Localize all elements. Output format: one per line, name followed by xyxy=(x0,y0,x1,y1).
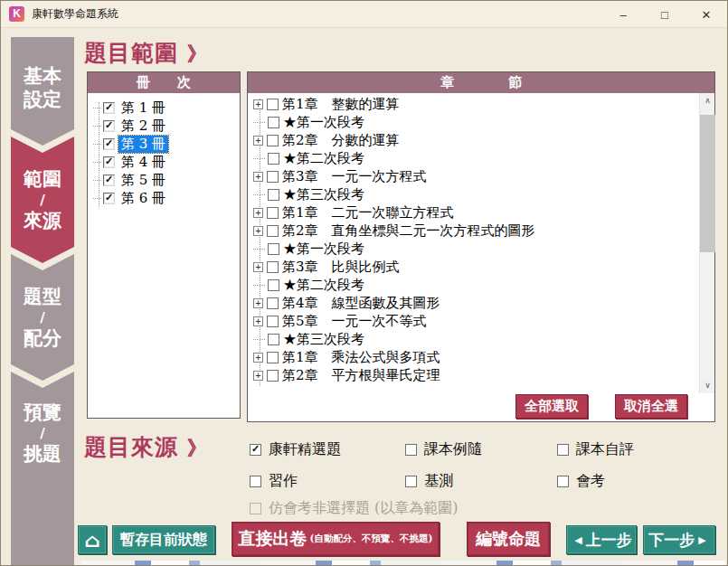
source-option-kanghsuan[interactable]: ✓ 康軒精選題 xyxy=(250,440,341,459)
source-option-textbook-selfcheck[interactable]: 課本自評 xyxy=(557,440,634,459)
chapter-checkbox[interactable] xyxy=(267,370,279,382)
source-option-label[interactable]: 課本自評 xyxy=(576,440,634,459)
volume-label[interactable]: 第 2 冊 xyxy=(118,118,168,135)
source-checkbox[interactable] xyxy=(250,476,261,487)
chapter-checkbox[interactable] xyxy=(268,189,279,201)
chapter-checkbox[interactable] xyxy=(267,207,279,219)
volume-row[interactable]: ✓ 第 5 冊 xyxy=(88,171,240,189)
volume-checkbox[interactable]: ✓ xyxy=(103,120,115,132)
chapter-checkbox[interactable] xyxy=(267,225,279,237)
chapter-label[interactable]: 第3章 一元一次方程式 xyxy=(282,168,427,185)
save-current-state-button[interactable]: 暫存目前狀態 xyxy=(112,525,215,554)
volume-label[interactable]: 第 3 冊 xyxy=(118,136,168,153)
exam-label[interactable]: ★第二次段考 xyxy=(283,150,364,167)
chapter-row[interactable]: + 第5章 一元一次不等式 xyxy=(248,312,714,330)
chapter-row[interactable]: + 第1章 整數的運算 xyxy=(248,95,714,113)
maximize-button[interactable]: □ xyxy=(644,1,685,28)
scrollbar-thumb[interactable] xyxy=(700,115,715,252)
chapter-checkbox[interactable] xyxy=(268,334,279,345)
exam-label[interactable]: ★第一次段考 xyxy=(283,241,364,258)
source-checkbox[interactable] xyxy=(405,444,417,456)
source-checkbox[interactable] xyxy=(557,444,569,456)
chapter-label[interactable]: 第5章 一元一次不等式 xyxy=(282,313,427,330)
chapter-checkbox[interactable] xyxy=(268,279,279,291)
expand-icon[interactable]: + xyxy=(253,298,263,308)
expand-icon[interactable]: + xyxy=(253,99,263,109)
exam-label[interactable]: ★第三次段考 xyxy=(283,331,364,348)
expand-icon[interactable]: + xyxy=(253,316,263,326)
chapter-label[interactable]: 第1章 乘法公式與多項式 xyxy=(282,349,440,366)
chapter-checkbox[interactable] xyxy=(267,99,279,110)
source-option-workbook[interactable]: 習作 xyxy=(250,472,298,491)
chapter-checkbox[interactable] xyxy=(267,352,279,363)
chapter-row[interactable]: + 第2章 平方根與畢氏定理 xyxy=(248,366,714,384)
volume-row[interactable]: ✓ 第 2 冊 xyxy=(88,117,240,135)
chapter-label[interactable]: 第1章 二元一次聯立方程式 xyxy=(282,204,454,222)
source-checkbox[interactable] xyxy=(557,476,569,487)
source-option-label[interactable]: 習作 xyxy=(269,472,298,491)
sidebar-tab-scope-source[interactable]: 範圍 / 來源 xyxy=(11,137,74,263)
volume-row[interactable]: ✓ 第 4 冊 xyxy=(88,153,240,171)
chapter-checkbox[interactable] xyxy=(267,316,279,327)
expand-icon[interactable]: + xyxy=(253,172,263,182)
chapter-label[interactable]: 第3章 比與比例式 xyxy=(282,259,400,276)
source-option-comprehensive-exam[interactable]: 會考 xyxy=(557,472,605,491)
chapter-row[interactable]: + 第3章 一元一次方程式 xyxy=(248,167,714,185)
chapter-checkbox[interactable] xyxy=(267,171,279,183)
exam-row[interactable]: ★第二次段考 xyxy=(248,149,714,167)
chapter-row[interactable]: + 第2章 直角坐標與二元一次方程式的圖形 xyxy=(248,222,714,240)
volume-checkbox[interactable]: ✓ xyxy=(103,175,115,186)
source-option-basic-test[interactable]: 基測 xyxy=(405,472,453,491)
volume-label[interactable]: 第 1 冊 xyxy=(118,99,168,117)
source-option-label[interactable]: 課本例隨 xyxy=(424,440,482,459)
expand-icon[interactable]: + xyxy=(253,262,263,272)
chapter-row[interactable]: + 第1章 二元一次聯立方程式 xyxy=(248,203,714,222)
chapter-label[interactable]: 第2章 平方根與畢氏定理 xyxy=(282,367,440,384)
exam-label[interactable]: ★第三次段考 xyxy=(283,186,364,203)
chapter-label[interactable]: 第1章 整數的運算 xyxy=(282,96,400,113)
exam-row[interactable]: ★第一次段考 xyxy=(248,240,714,258)
exam-row[interactable]: ★第三次段考 xyxy=(248,330,714,348)
previous-step-button[interactable]: ◀ 上一步 xyxy=(566,525,637,554)
chapter-label[interactable]: 第2章 直角坐標與二元一次方程式的圖形 xyxy=(282,222,535,240)
expand-icon[interactable]: + xyxy=(253,353,263,363)
volume-label[interactable]: 第 5 冊 xyxy=(118,172,168,189)
numbered-question-button[interactable]: 編號命題 xyxy=(467,522,550,556)
volume-row[interactable]: ✓ 第 6 冊 xyxy=(88,189,240,207)
next-step-button[interactable]: 下一步 ▶ xyxy=(643,525,715,554)
expand-icon[interactable]: + xyxy=(253,208,263,218)
source-checkbox[interactable]: ✓ xyxy=(250,444,261,456)
volume-row[interactable]: ✓ 第 1 冊 xyxy=(88,99,240,117)
exam-label[interactable]: ★第二次段考 xyxy=(283,277,364,294)
volume-checkbox[interactable]: ✓ xyxy=(103,193,115,204)
deselect-all-button[interactable]: 取消全選 xyxy=(615,394,687,419)
select-all-button[interactable]: 全部選取 xyxy=(515,394,588,419)
source-option-label[interactable]: 康軒精選題 xyxy=(269,440,341,459)
exam-row[interactable]: ★第一次段考 xyxy=(248,113,714,131)
chapter-checkbox[interactable] xyxy=(267,297,279,309)
sidebar-tab-preview-pick[interactable]: 預覽 / 挑題 xyxy=(11,372,74,566)
direct-generate-paper-button[interactable]: 直接出卷 (自動配分、不預覽、不挑題) xyxy=(232,522,440,556)
volume-checkbox[interactable]: ✓ xyxy=(103,138,115,150)
chapter-row[interactable]: + 第3章 比與比例式 xyxy=(248,258,714,276)
volume-checkbox[interactable]: ✓ xyxy=(103,156,115,168)
expand-icon[interactable]: + xyxy=(253,226,263,236)
exam-label[interactable]: ★第一次段考 xyxy=(283,114,364,131)
exam-row[interactable]: ★第三次段考 xyxy=(248,185,714,203)
home-button[interactable]: ⌂ xyxy=(78,525,107,554)
source-option-label[interactable]: 會考 xyxy=(576,472,605,491)
minimize-button[interactable]: – xyxy=(602,1,644,28)
chapter-checkbox[interactable] xyxy=(268,153,279,165)
scroll-down-icon[interactable]: ∨ xyxy=(700,378,715,393)
chapter-row[interactable]: + 第2章 分數的運算 xyxy=(248,131,714,149)
exam-row[interactable]: ★第二次段考 xyxy=(248,276,714,294)
volume-row-selected[interactable]: ✓ 第 3 冊 xyxy=(88,135,240,153)
sidebar-tab-types-scoring[interactable]: 題型 / 配分 xyxy=(11,254,74,381)
chapter-checkbox[interactable] xyxy=(267,261,279,273)
close-button[interactable]: ✕ xyxy=(685,1,727,28)
expand-icon[interactable]: + xyxy=(253,136,263,146)
chapter-row[interactable]: + 第1章 乘法公式與多項式 xyxy=(248,348,714,366)
source-option-textbook-examples[interactable]: 課本例隨 xyxy=(405,440,482,459)
chapter-checkbox[interactable] xyxy=(268,117,279,128)
chapter-checkbox[interactable] xyxy=(268,243,279,255)
